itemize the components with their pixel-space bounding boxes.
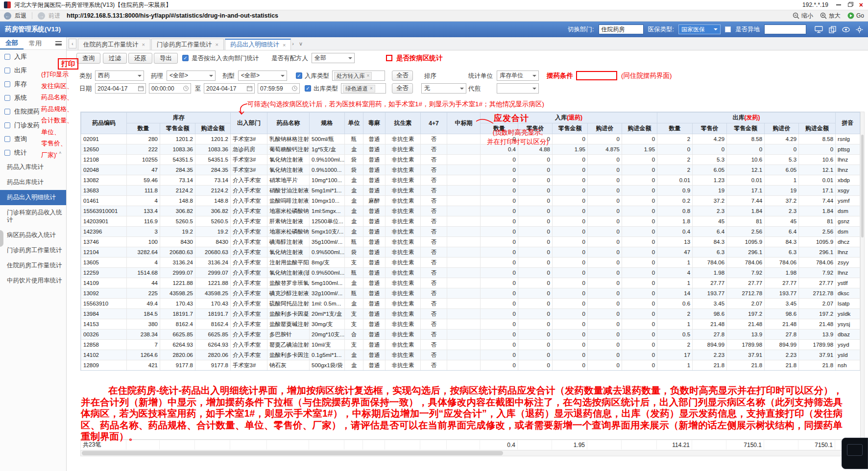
sidebar-subitem-中药饮片使用率统计[interactable]: 中药饮片使用率统计 xyxy=(0,273,66,288)
minimize-icon[interactable] xyxy=(836,4,841,5)
col-header-out_pamt[interactable]: 购进金额 xyxy=(799,123,836,134)
time-from-input[interactable]: 00:00:00 xyxy=(149,83,191,94)
remove-tag-icon[interactable]: × xyxy=(370,85,373,92)
col-header-in_pamt[interactable]: 购进金额 xyxy=(622,123,657,134)
table-row[interactable]: 14203901116.95260.55260.5介入手术室肝素钠注射液1250… xyxy=(81,216,860,227)
table-row[interactable]: 1285876264.936264.93介入手术室罂粟乙碘油注射液10ml/支支… xyxy=(81,340,860,350)
district-stat-checkbox[interactable] xyxy=(386,55,392,61)
table-row[interactable]: 014614148.8148.8介入手术室盐酸吗啡注射液10mgx10...盒麻… xyxy=(81,196,860,206)
sidebar-tab-all[interactable]: 全部 xyxy=(0,37,24,49)
close-icon[interactable]: × xyxy=(859,2,863,7)
col-group-stock[interactable]: 库存 xyxy=(127,113,231,123)
zoom-in-button[interactable]: 放大 xyxy=(820,12,841,20)
col-header-out_price[interactable]: 零售价 xyxy=(693,123,727,134)
col-header-unit[interactable]: 单位 xyxy=(345,113,363,134)
tab-close-icon[interactable]: × xyxy=(142,42,145,47)
sidebar-subitem-住院药房工作量统计[interactable]: 住院药房工作量统计 xyxy=(0,258,66,273)
maker-select[interactable]: 全部 xyxy=(312,53,355,63)
eye-icon[interactable] xyxy=(842,26,850,33)
in-type-checkbox[interactable] xyxy=(296,72,302,79)
sidebar-subitem-病区药品收入统计[interactable]: 病区药品收入统计 xyxy=(0,228,66,243)
table-row[interactable]: 121043282.6420680.6320680.63介入手术室氯化钠注射液0… xyxy=(81,247,860,258)
remove-tag-icon[interactable]: × xyxy=(367,72,370,79)
table-row[interactable]: 1360543136.243136.24介入手术室注射用盐酸平阳霉素8mg/支支… xyxy=(81,258,860,268)
col-group-out[interactable]: 出库(发药) xyxy=(657,113,836,123)
col-header-stock_purch[interactable]: 购进金额 xyxy=(195,123,231,134)
col-header-dept[interactable]: 出入部门 xyxy=(231,113,267,134)
horizontal-scrollbar[interactable] xyxy=(80,450,861,456)
col-header-out_pprice[interactable]: 购进价 xyxy=(765,123,799,134)
date-to-input[interactable]: 2024-04-17 xyxy=(204,83,255,94)
filter-button[interactable]: 过滤 xyxy=(103,53,127,64)
col-header-py[interactable]: 拼音 xyxy=(836,113,860,134)
tab-住院药房工作量统计[interactable]: 住院药房工作量统计× xyxy=(78,39,150,50)
forward-icon[interactable]: → xyxy=(38,12,45,20)
in-type-taginput[interactable]: 处方转入库 × xyxy=(332,71,385,81)
table-row[interactable]: 122591514.682999.072999.07介入手术室氯化钠注射液(玻璃… xyxy=(81,268,860,278)
table-row[interactable]: 141021264.62820.062820.06介入手术室盐酸利多卡因注射液0… xyxy=(81,350,860,360)
menu-icon[interactable] xyxy=(55,41,62,46)
table-row[interactable]: 1556391049.4170.43170.43介入手术室硫酸阿托品注射液1ml… xyxy=(81,299,860,309)
table-row[interactable]: 141533808162.48162.4介入手术室盐酸罂粟碱注射液30mg/支支… xyxy=(81,319,860,330)
all-no-button-1[interactable]: 全否 xyxy=(392,71,413,81)
table-row[interactable]: 020912801201.21201.2手术室3#乳酸钠林格注射液500ml/瓶… xyxy=(81,134,860,144)
address-bar[interactable]: http://192.168.5.131:8000/his-yf/app/#/s… xyxy=(67,12,278,19)
zoom-out-button[interactable]: 缩小 xyxy=(793,12,813,20)
restore-icon[interactable] xyxy=(848,3,852,7)
vertical-scrollbar[interactable] xyxy=(860,112,865,448)
sort-select[interactable]: 无 xyxy=(421,83,466,94)
tab-门诊药房工作量统计[interactable]: 门诊药房工作量统计× xyxy=(151,39,224,50)
category-select[interactable]: 西药 xyxy=(95,71,144,81)
col-header-four7[interactable]: 4+7 xyxy=(421,113,447,134)
tab-menu-icon[interactable]: ∨ xyxy=(299,41,303,47)
sidebar-collapse-handle[interactable] xyxy=(0,230,3,247)
col-header-name[interactable]: 药品名称 xyxy=(267,113,310,134)
sidebar-item-入库[interactable]: 入库 xyxy=(0,50,66,64)
col-header-out_qty[interactable]: 数量 xyxy=(657,123,693,134)
sidebar-tab-common[interactable]: 常用 xyxy=(24,37,47,49)
col-header-anti[interactable]: 抗生素 xyxy=(386,113,421,134)
table-row[interactable]: 13683111.82124.22124.2介入手术室硝酸甘油注射液5mg1ml… xyxy=(81,186,860,196)
insurance-select[interactable]: 国家医保 xyxy=(678,24,721,34)
out-type-checkbox[interactable] xyxy=(305,85,311,92)
table-row[interactable]: 14109441221.881221.88介入手术室盐酸替罗非班氯化...5mg… xyxy=(81,278,860,288)
tab-药品出入明细统计[interactable]: 药品出入明细统计× xyxy=(225,39,291,50)
horizontal-scrollbar-thumb[interactable] xyxy=(82,451,503,455)
col-header-stock_qty[interactable]: 数量 xyxy=(127,123,160,134)
col-header-code[interactable]: 药品编码 xyxy=(81,113,127,134)
table-row[interactable]: 1308259.4673.1473.14介入手术室硝苯地平片10mg*100..… xyxy=(81,175,860,186)
dept-stat-checkbox[interactable] xyxy=(182,55,189,61)
sidebar-subitem-门诊科室药品收入统计[interactable]: 门诊科室药品收入统计 xyxy=(0,205,66,228)
decoct-select[interactable] xyxy=(497,83,539,94)
table-row[interactable]: 1309222543598.2543598.25介入手术室碘克沙醇注射液32g1… xyxy=(81,288,860,299)
monitor-icon[interactable] xyxy=(815,26,823,33)
sidebar-subitem-门诊药房工作量统计[interactable]: 门诊药房工作量统计 xyxy=(0,243,66,258)
table-row[interactable]: 00326238.346625.856625.85介入手术室多巴胺针20mg*1… xyxy=(81,330,860,340)
go-button[interactable]: Go xyxy=(847,12,864,19)
table-row[interactable]: 13984184.518191.718191.7介入手术室盐酸利多卡因凝胶20m… xyxy=(81,309,860,319)
export-button[interactable]: 导出 xyxy=(154,53,178,64)
dosage-select[interactable]: <全部> xyxy=(238,71,287,81)
sidebar-subitem-药品出库统计[interactable]: 药品出库统计 xyxy=(0,175,66,190)
tab-close-icon[interactable]: × xyxy=(215,42,218,47)
col-header-spec[interactable]: 规格 xyxy=(310,113,345,134)
gear-icon[interactable] xyxy=(856,26,863,33)
table-row[interactable]: 128094219177.89177.8手术室3#钠石灰500gx1袋/袋盒普通… xyxy=(81,360,860,371)
sidebar-subitem-药品入库统计[interactable]: 药品入库统计 xyxy=(0,160,66,175)
table-row[interactable]: 142396319.219.2介入手术室地塞米松磷酸钠注...5mgx10支/.… xyxy=(81,227,860,237)
col-header-narc[interactable]: 毒麻 xyxy=(363,113,386,134)
tab-close-icon[interactable]: × xyxy=(283,42,286,48)
back-button[interactable]: 后退 xyxy=(15,12,26,20)
vertical-scrollbar-thumb[interactable] xyxy=(861,135,864,237)
out-type-taginput[interactable]: 绿色通道 × xyxy=(341,83,386,94)
date-from-input[interactable]: 2024-04-17 xyxy=(95,83,146,94)
collapse-sidebar-icon[interactable]: ‹ xyxy=(69,39,76,48)
restore-button[interactable]: 还原 xyxy=(128,53,152,64)
floating-widget[interactable] xyxy=(842,438,868,469)
table-row[interactable]: 126502221083.361083.36急诊药房葡萄糖酸钙注射液1g*5支/… xyxy=(81,144,860,155)
time-to-input[interactable]: 07:59:59 xyxy=(258,83,300,94)
unit-select[interactable]: 库存单位 xyxy=(497,71,539,81)
back-icon[interactable]: ← xyxy=(4,12,11,20)
forward-button[interactable]: 前进 xyxy=(48,12,60,20)
table-row[interactable]: 0204847284.35284.35手术室3#氯化钠注射液0.9%1000..… xyxy=(81,165,860,175)
